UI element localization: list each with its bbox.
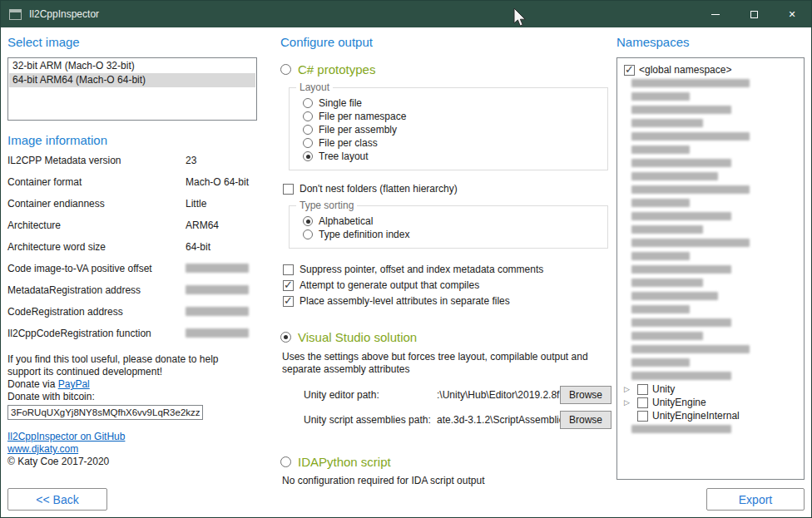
namespace-item[interactable]: ▷ <global namespace> — [620, 63, 801, 76]
layout-radio-option[interactable]: File per assembly — [303, 123, 601, 136]
namespace-item[interactable]: ▷ — [620, 130, 801, 143]
expander-icon[interactable]: ▷ — [624, 383, 630, 395]
unity-editor-path-value[interactable]: :\Unity\Hub\Editor\2019.2.8f1 — [437, 389, 560, 401]
namespace-item[interactable]: ▷ Unity — [620, 382, 801, 396]
browse-script-assemblies-button[interactable]: Browse — [560, 411, 611, 429]
namespace-item[interactable]: ▷ — [620, 289, 801, 303]
info-row: Architecture word size 64-bit — [7, 241, 257, 263]
redacted-namespace — [631, 106, 731, 114]
visual-studio-description: Uses the settings above but forces tree … — [282, 351, 600, 376]
window-title: Il2CppInspector — [29, 8, 99, 20]
flatten-hierarchy-checkbox[interactable]: Don't nest folders (flatten hierarchy) — [283, 182, 611, 195]
namespace-checkbox[interactable] — [624, 65, 635, 76]
namespace-item[interactable]: ▷ — [620, 303, 801, 316]
namespace-item[interactable]: ▷ UnityEngine — [620, 396, 801, 409]
type-sorting-radio-option[interactable]: Alphabetical — [303, 215, 601, 228]
namespaces-tree[interactable]: ▷ <global namespace> ▷ ▷ — [616, 57, 805, 480]
bitcoin-address-field[interactable]: 3FoRUqUXgYj8NY8sMQfhX6vv9LqR3e2kzz — [7, 405, 203, 420]
maximize-button[interactable] — [735, 1, 773, 27]
namespace-item[interactable]: ▷ — [620, 249, 801, 263]
browse-editor-path-button[interactable]: Browse — [560, 386, 611, 404]
info-row: IL2CPP Metadata version 23 — [7, 155, 257, 176]
layout-radio-option[interactable]: Tree layout — [303, 150, 601, 163]
namespace-item[interactable]: ▷ — [620, 223, 801, 236]
close-button[interactable]: ✕ — [773, 1, 811, 27]
image-list-item[interactable]: 32-bit ARM (Mach-O 32-bit) — [9, 59, 255, 73]
separate-attributes-label: Place assembly-level attributes in separ… — [300, 294, 510, 308]
export-button[interactable]: Export — [706, 488, 805, 511]
idapython-script-option[interactable]: IDAPython script — [280, 454, 611, 470]
namespace-item[interactable]: ▷ — [620, 170, 801, 183]
radio-option-label: File per class — [319, 137, 378, 149]
namespace-checkbox[interactable] — [637, 397, 648, 408]
back-button[interactable]: << Back — [7, 488, 107, 511]
window-controls: ✕ — [696, 1, 811, 27]
paypal-link[interactable]: PayPal — [58, 378, 90, 390]
namespace-item[interactable]: ▷ — [620, 210, 801, 223]
namespace-item[interactable]: ▷ — [620, 236, 801, 249]
csharp-prototypes-option[interactable]: C# prototypes — [280, 62, 611, 77]
type-sorting-groupbox: Type sorting Alphabetical Type definitio… — [289, 205, 608, 249]
namespace-item[interactable]: ▷ — [620, 183, 801, 196]
namespace-checkbox[interactable] — [637, 384, 648, 395]
redacted-namespace — [631, 345, 750, 353]
namespace-item[interactable]: ▷ — [620, 76, 801, 90]
redacted-namespace — [631, 92, 690, 101]
visual-studio-option[interactable]: Visual Studio solution — [280, 329, 611, 345]
namespace-checkbox[interactable] — [637, 411, 648, 422]
suppress-comments-checkbox[interactable]: Suppress pointer, offset and index metad… — [283, 263, 611, 276]
github-link[interactable]: Il2CppInspector on GitHub — [7, 431, 125, 443]
redacted-namespace — [631, 252, 690, 260]
namespace-label: UnityEngineInternal — [652, 409, 740, 422]
namespace-item[interactable]: ▷ — [620, 316, 801, 329]
namespace-item[interactable]: ▷ — [620, 116, 801, 130]
titlebar[interactable]: Il2CppInspector ✕ — [1, 1, 811, 27]
namespace-item[interactable]: ▷ — [620, 90, 801, 103]
unity-script-assemblies-path-value[interactable]: ate.3d-3.1.2\ScriptAssemblies — [437, 414, 560, 426]
namespace-item[interactable]: ▷ — [620, 143, 801, 156]
info-value: Mach-O 64-bit — [186, 176, 257, 198]
compilable-output-checkbox[interactable]: Attempt to generate output that compiles — [283, 279, 611, 292]
radio-icon — [280, 332, 291, 343]
expander-icon[interactable]: ▷ — [624, 397, 630, 408]
info-row: MetadataRegistration address — [7, 284, 257, 306]
info-value: 23 — [186, 155, 257, 176]
layout-radio-option[interactable]: Single file — [303, 96, 601, 110]
layout-groupbox-title: Layout — [296, 81, 333, 94]
namespace-item[interactable]: ▷ — [620, 356, 801, 369]
info-row: Architecture ARM64 — [7, 220, 257, 241]
website-link[interactable]: www.djkaty.com — [7, 443, 78, 456]
info-label: CodeRegistration address — [7, 306, 186, 328]
separate-attributes-checkbox[interactable]: Place assembly-level attributes in separ… — [283, 294, 611, 308]
image-list-item[interactable]: 64-bit ARM64 (Mach-O 64-bit) — [9, 73, 255, 87]
redacted-namespace — [631, 212, 731, 220]
minimize-button[interactable] — [696, 1, 735, 27]
unity-script-assemblies-path-row: Unity script assemblies path: ate.3d-3.1… — [304, 411, 611, 429]
layout-groupbox: Layout Single file File per namespace Fi… — [289, 87, 608, 170]
redacted-namespace — [631, 332, 703, 340]
info-value — [186, 306, 257, 328]
namespace-item[interactable]: ▷ — [620, 156, 801, 170]
layout-radio-option[interactable]: File per namespace — [303, 110, 601, 123]
suppress-comments-label: Suppress pointer, offset and index metad… — [300, 263, 543, 276]
info-label: MetadataRegistration address — [7, 284, 186, 306]
maximize-icon — [750, 11, 758, 18]
redacted-namespace — [631, 292, 718, 300]
radio-icon — [303, 125, 313, 135]
layout-radio-option[interactable]: File per class — [303, 136, 601, 150]
namespace-item[interactable]: ▷ — [620, 103, 801, 116]
redacted-namespace — [631, 358, 690, 367]
namespace-item[interactable]: ▷ — [620, 329, 801, 343]
namespace-item[interactable]: ▷ — [620, 422, 801, 436]
donate-paypal-line: Donate via PayPal — [7, 378, 257, 391]
redacted-namespace — [631, 279, 703, 287]
image-listbox[interactable]: 32-bit ARM (Mach-O 32-bit) 64-bit ARM64 … — [7, 57, 257, 121]
namespace-item[interactable]: ▷ — [620, 196, 801, 210]
type-sorting-radio-option[interactable]: Type definition index — [303, 228, 601, 241]
namespace-item[interactable]: ▷ — [620, 263, 801, 276]
namespace-item[interactable]: ▷ — [620, 369, 801, 382]
namespace-item[interactable]: ▷ UnityEngineInternal — [620, 409, 801, 422]
namespace-item[interactable]: ▷ — [620, 343, 801, 356]
close-icon: ✕ — [788, 10, 795, 19]
namespace-item[interactable]: ▷ — [620, 276, 801, 289]
